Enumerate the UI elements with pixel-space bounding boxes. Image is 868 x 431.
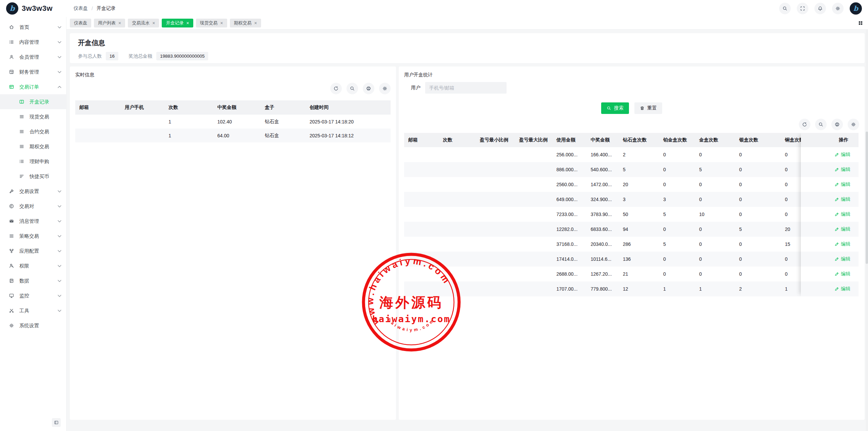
sidebar-item-home[interactable]: 首页 bbox=[0, 20, 66, 35]
close-icon[interactable]: × bbox=[118, 21, 121, 25]
table-cell: 3783.90... bbox=[587, 207, 619, 222]
printer-icon bbox=[834, 122, 840, 127]
sidebar-item-trade-orders[interactable]: 交易订单 bbox=[0, 79, 66, 94]
sidebar-item-system-settings[interactable]: 系统设置 bbox=[0, 318, 66, 333]
sidebar-item-quick-buy[interactable]: 快捷买币 bbox=[0, 169, 66, 184]
trash-icon bbox=[640, 106, 645, 111]
chevron-down-icon bbox=[58, 250, 61, 252]
edit-button[interactable]: 编辑 bbox=[834, 166, 850, 173]
sidebar-item-members[interactable]: 会员管理 bbox=[0, 50, 66, 64]
close-icon[interactable]: × bbox=[152, 21, 155, 25]
scrollbar-thumb[interactable] bbox=[866, 132, 868, 264]
tab-user-list[interactable]: 用户列表× bbox=[94, 19, 125, 27]
sidebar-item-app-config[interactable]: 应用配置 bbox=[0, 243, 66, 258]
avatar[interactable]: b bbox=[850, 2, 862, 15]
sidebar-item-label: 合约交易 bbox=[29, 129, 49, 135]
user-search-input[interactable] bbox=[425, 82, 507, 94]
edit-button[interactable]: 编辑 bbox=[834, 196, 850, 202]
panel-title: 实时信息 bbox=[75, 72, 391, 78]
sidebar-item-permissions[interactable]: 权限 bbox=[0, 258, 66, 273]
print-button[interactable] bbox=[831, 119, 843, 130]
search-button[interactable] bbox=[815, 119, 827, 130]
filter-form: 用户 bbox=[404, 82, 859, 94]
refresh-button[interactable] bbox=[799, 119, 810, 130]
table-row[interactable]: 2560.00... 1472.00... 20 0 0 0 0 bbox=[404, 177, 859, 192]
sidebar-item-option-trade[interactable]: 期权交易 bbox=[0, 139, 66, 154]
table-cell bbox=[476, 162, 515, 177]
settings-button[interactable] bbox=[832, 3, 844, 14]
sidebar-item-monitor[interactable]: 监控 bbox=[0, 288, 66, 303]
breadcrumb-parent[interactable]: 仪表盘 bbox=[74, 5, 88, 12]
print-button[interactable] bbox=[363, 83, 374, 94]
sidebar-item-content[interactable]: 内容管理 bbox=[0, 35, 66, 50]
stat-value-badge: 16 bbox=[106, 52, 118, 60]
edit-button[interactable]: 编辑 bbox=[834, 256, 850, 262]
top-header: b 3w3w3w 仪表盘 / 开盒记录 b bbox=[0, 0, 868, 17]
search-button[interactable] bbox=[779, 3, 791, 14]
table-row[interactable]: 1 102.40 钻石盒 2025-03-17 14:18:20 bbox=[75, 115, 391, 129]
grid-icon bbox=[9, 69, 14, 75]
sidebar-item-tools[interactable]: 工具 bbox=[0, 303, 66, 318]
pencil-icon bbox=[834, 257, 839, 261]
column-header: 用户手机 bbox=[121, 100, 164, 115]
refresh-button[interactable] bbox=[330, 83, 342, 94]
edit-button[interactable]: 编辑 bbox=[834, 241, 850, 247]
sidebar-item-finance[interactable]: 财务管理 bbox=[0, 64, 66, 79]
table-row[interactable]: 7233.00... 3783.90... 50 5 10 0 0 bbox=[404, 207, 859, 222]
wrench-icon bbox=[9, 189, 14, 194]
edit-button[interactable]: 编辑 bbox=[834, 152, 850, 158]
sidebar-item-trade-settings[interactable]: 交易设置 bbox=[0, 184, 66, 199]
edit-button[interactable]: 编辑 bbox=[834, 271, 850, 277]
reset-button[interactable]: 重置 bbox=[634, 102, 662, 114]
column-settings-button[interactable] bbox=[848, 119, 859, 130]
edit-button[interactable]: 编辑 bbox=[834, 181, 850, 188]
table-row[interactable]: 649.000... 324.900... 3 3 0 0 0 bbox=[404, 192, 859, 207]
table-cell: 540.600... bbox=[587, 162, 619, 177]
sidebar-item-trade-pairs[interactable]: 交易对 bbox=[0, 199, 66, 214]
tab-dashboard[interactable]: 仪表盘 bbox=[70, 19, 91, 27]
close-icon[interactable]: × bbox=[186, 21, 189, 25]
table-row[interactable]: 886.000... 540.600... 5 0 5 0 0 bbox=[404, 162, 859, 177]
page-scrollbar[interactable] bbox=[866, 30, 868, 431]
table-row[interactable]: 17414.0... 10114.6... 136 0 0 0 0 bbox=[404, 252, 859, 267]
table-row[interactable]: 256.000... 166.400... 2 0 0 0 0 bbox=[404, 147, 859, 162]
sidebar-item-spot-trade[interactable]: 现货交易 bbox=[0, 109, 66, 124]
sidebar-item-label: 首页 bbox=[19, 24, 29, 31]
close-icon[interactable]: × bbox=[254, 21, 257, 25]
tab-box-records[interactable]: 开盒记录× bbox=[162, 19, 193, 27]
table-row[interactable]: 1 64.00 钻石盒 2025-03-17 14:18:12 bbox=[75, 129, 391, 142]
edit-button[interactable]: 编辑 bbox=[834, 211, 850, 217]
stat-label: 奖池总金额 bbox=[129, 53, 152, 59]
table-row[interactable]: 37168.0... 20340.0... 286 5 0 0 15 bbox=[404, 237, 859, 252]
tab-option-trade[interactable]: 期权交易× bbox=[230, 19, 261, 27]
table-row[interactable]: 2688.00... 1267.20... 21 0 0 0 0 bbox=[404, 267, 859, 281]
tab-trade-flow[interactable]: 交易流水× bbox=[128, 19, 159, 27]
sidebar-item-label: 内容管理 bbox=[19, 39, 39, 45]
sidebar-item-contract-trade[interactable]: 合约交易 bbox=[0, 124, 66, 139]
table-cell: 17414.0... bbox=[552, 252, 587, 267]
close-icon[interactable]: × bbox=[220, 21, 223, 25]
tab-spot-trade[interactable]: 现货交易× bbox=[196, 19, 227, 27]
fullscreen-button[interactable] bbox=[797, 3, 808, 14]
table-row[interactable]: 12282.0... 6833.60... 94 0 0 5 20 bbox=[404, 222, 859, 237]
sidebar-item-wealth[interactable]: 理财申购 bbox=[0, 154, 66, 169]
table-cell: 5 bbox=[735, 222, 781, 237]
search-submit-button[interactable]: 搜索 bbox=[601, 102, 629, 114]
column-settings-button[interactable] bbox=[379, 83, 391, 94]
table-row[interactable]: 1707.00... 779.800... 12 1 1 2 1 bbox=[404, 281, 859, 296]
sidebar-item-messages[interactable]: 消息管理 bbox=[0, 214, 66, 229]
edit-button[interactable]: 编辑 bbox=[834, 286, 850, 292]
column-header: 盒子 bbox=[261, 100, 305, 115]
search-button[interactable] bbox=[347, 83, 358, 94]
table-cell: 0 bbox=[735, 192, 781, 207]
edit-button[interactable]: 编辑 bbox=[834, 226, 850, 232]
sidebar-item-strategy[interactable]: 策略交易 bbox=[0, 229, 66, 243]
table-cell bbox=[476, 192, 515, 207]
tab-list-button[interactable] bbox=[858, 20, 863, 26]
stat-participants: 参与总人数 16 bbox=[78, 52, 118, 60]
breadcrumb-current: 开盒记录 bbox=[97, 5, 116, 12]
sidebar-collapse-button[interactable] bbox=[52, 418, 61, 427]
sidebar-item-box-records[interactable]: 开盒记录 bbox=[0, 94, 66, 109]
sidebar-item-data[interactable]: 数据 bbox=[0, 273, 66, 288]
notification-button[interactable] bbox=[814, 3, 826, 14]
